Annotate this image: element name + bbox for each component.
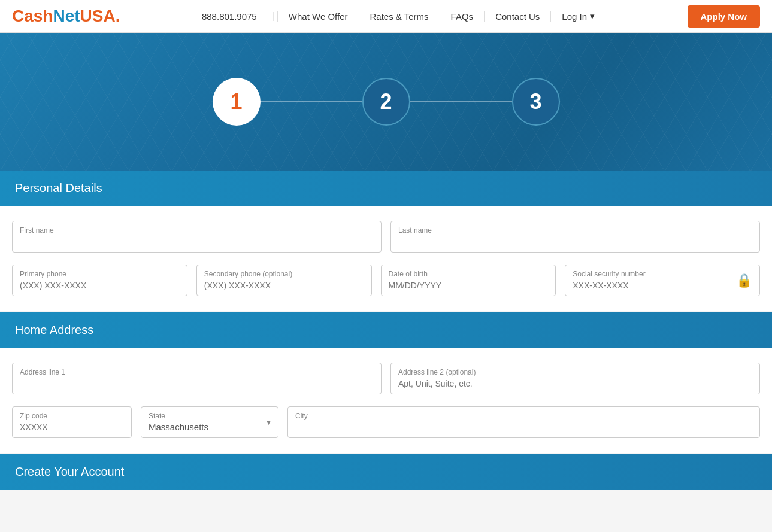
- step-3[interactable]: 3: [512, 78, 560, 126]
- primary-phone-field: Primary phone: [12, 265, 187, 296]
- secondary-phone-input[interactable]: [204, 281, 364, 290]
- first-name-label: First name: [20, 226, 374, 235]
- contact-row: Primary phone Secondary phone (optional)…: [12, 265, 760, 296]
- address2-label: Address line 2 (optional): [398, 368, 752, 376]
- personal-details-body: First name Last name Primary phone Secon…: [0, 206, 772, 311]
- last-name-field: Last name: [390, 221, 760, 253]
- dob-input[interactable]: [389, 281, 549, 290]
- nav-faqs[interactable]: FAQs: [440, 11, 485, 22]
- last-name-input[interactable]: [398, 237, 752, 247]
- home-address-header: Home Address: [0, 312, 772, 348]
- personal-details-header: Personal Details: [0, 171, 772, 206]
- step-line-1: [261, 101, 362, 102]
- primary-phone-label: Primary phone: [20, 270, 180, 278]
- ssn-input[interactable]: [573, 281, 732, 290]
- lock-icon: 🔒: [736, 273, 752, 288]
- apply-now-button[interactable]: Apply Now: [688, 5, 761, 28]
- nav-rates-terms[interactable]: Rates & Terms: [359, 11, 440, 22]
- phone-number: 888.801.9075: [202, 11, 257, 22]
- main-nav: 888.801.9075 | What We Offer Rates & Ter…: [120, 11, 688, 22]
- address1-field: Address line 1: [12, 363, 382, 394]
- site-header: CashNetUSA. 888.801.9075 | What We Offer…: [0, 0, 772, 33]
- home-address-body: Address line 1 Address line 2 (optional)…: [0, 348, 772, 453]
- steps-container: 1 2 3: [213, 78, 560, 126]
- dob-label: Date of birth: [389, 270, 549, 278]
- create-account-section: Create Your Account: [0, 454, 772, 490]
- address2-field: Address line 2 (optional): [390, 363, 760, 394]
- state-field: State Massachusetts: [141, 406, 278, 438]
- progress-banner: 1 2 3: [0, 33, 772, 171]
- personal-details-section: Personal Details First name Last name Pr…: [0, 171, 772, 311]
- city-field: City: [287, 406, 760, 438]
- location-row: Zip code State Massachusetts City: [12, 406, 760, 438]
- address1-input[interactable]: [20, 379, 374, 388]
- zip-field: Zip code: [12, 406, 132, 438]
- last-name-label: Last name: [398, 226, 752, 235]
- name-row: First name Last name: [12, 221, 760, 253]
- zip-input[interactable]: [20, 422, 124, 432]
- secondary-phone-field: Secondary phone (optional): [196, 265, 372, 296]
- state-label: State: [149, 412, 271, 420]
- logo-dot: .: [116, 7, 120, 25]
- home-address-section: Home Address Address line 1 Address line…: [0, 312, 772, 453]
- logo-usa: USA: [80, 7, 116, 25]
- chevron-down-icon: ▾: [590, 11, 595, 22]
- primary-phone-input[interactable]: [20, 281, 180, 290]
- ssn-field: Social security number 🔒: [565, 265, 760, 296]
- first-name-input[interactable]: [20, 237, 374, 247]
- state-select[interactable]: Massachusetts: [149, 422, 271, 432]
- address1-label: Address line 1: [20, 368, 374, 376]
- nav-what-we-offer[interactable]: What We Offer: [277, 11, 359, 22]
- city-input[interactable]: [295, 422, 752, 432]
- logo[interactable]: CashNetUSA.: [12, 7, 120, 26]
- nav-contact-us[interactable]: Contact Us: [485, 11, 551, 22]
- first-name-field: First name: [12, 221, 382, 253]
- logo-net: Net: [53, 7, 80, 25]
- step-1[interactable]: 1: [213, 78, 261, 126]
- logo-cash: Cash: [12, 7, 53, 25]
- secondary-phone-label: Secondary phone (optional): [204, 270, 364, 278]
- address-row: Address line 1 Address line 2 (optional): [12, 363, 760, 394]
- step-2[interactable]: 2: [362, 78, 410, 126]
- dob-field: Date of birth: [381, 265, 556, 296]
- zip-label: Zip code: [20, 412, 124, 420]
- ssn-label: Social security number: [573, 270, 732, 278]
- step-line-2: [410, 101, 512, 102]
- address2-input[interactable]: [398, 379, 752, 388]
- city-label: City: [295, 412, 752, 420]
- login-button[interactable]: Log In ▾: [551, 11, 606, 22]
